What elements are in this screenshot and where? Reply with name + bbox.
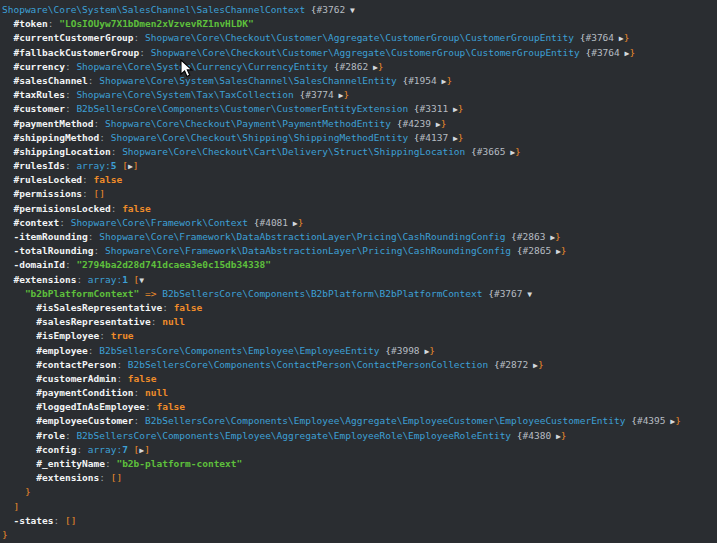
dump-line: } <box>2 485 717 499</box>
bracket: [] <box>111 472 122 483</box>
open-brace: { <box>294 89 305 100</box>
object-ref[interactable]: #2863 <box>517 231 546 242</box>
toggle-arrow-collapsed[interactable]: ▶ <box>334 91 344 100</box>
close-brace: } <box>458 132 464 143</box>
object-ref[interactable]: #2865 <box>523 245 552 256</box>
object-ref[interactable]: #4239 <box>402 118 431 129</box>
object-ref[interactable]: #3998 <box>391 345 420 356</box>
colon-separator: : <box>59 217 70 228</box>
colon-separator: : <box>116 359 127 370</box>
dump-line: #currency: Shopware\Core\System\Currency… <box>2 60 717 74</box>
object-ref[interactable]: #2862 <box>340 61 369 72</box>
toggle-arrow-collapsed[interactable]: ▶ <box>551 247 561 256</box>
indent <box>2 259 13 270</box>
object-ref[interactable]: #4137 <box>420 132 449 143</box>
dump-line: #context: Shopware\Core\Framework\Contex… <box>2 216 717 230</box>
toggle-arrow-collapsed[interactable]: ▶ <box>551 432 561 441</box>
dump-line: } <box>2 528 717 542</box>
class-name: B2bSellersCore\Components\Employee\Aggre… <box>145 415 625 426</box>
property-name: #paymentMethod <box>13 118 93 129</box>
colon-separator: : <box>82 188 93 199</box>
colon-separator: : <box>105 458 116 469</box>
toggle-arrow-collapsed[interactable]: ▶ <box>666 417 676 426</box>
colon-separator: : <box>94 118 105 129</box>
toggle-arrow-collapsed[interactable]: ▶ <box>505 148 515 157</box>
string-value: "2794ba2d28d741dcaea3e0c15db34338" <box>76 259 270 270</box>
toggle-arrow-collapsed[interactable]: ▶ <box>368 63 378 72</box>
object-ref[interactable]: #4380 <box>523 430 552 441</box>
object-ref[interactable]: #3767 <box>494 288 523 299</box>
object-ref[interactable]: #4395 <box>637 415 666 426</box>
colon-separator: : <box>65 160 76 171</box>
object-ref[interactable]: #3762 <box>317 4 346 15</box>
toggle-arrow-collapsed[interactable]: ▶ <box>545 233 555 242</box>
colon-separator: : <box>65 103 76 114</box>
open-brace: { <box>391 118 402 129</box>
class-name: Shopware\Core\Checkout\Payment\PaymentMe… <box>105 118 391 129</box>
close-brace: } <box>441 118 447 129</box>
indent <box>2 188 13 199</box>
constant-value: null <box>145 387 168 398</box>
colon-separator: : <box>88 231 99 242</box>
colon-separator: : <box>82 174 93 185</box>
toggle-arrow-collapsed[interactable]: ▶ <box>288 219 298 228</box>
constant-value: false <box>156 401 185 412</box>
open-brace: { <box>305 4 316 15</box>
class-name: B2bSellersCore\Components\Customer\Custo… <box>76 103 408 114</box>
object-ref[interactable]: #3665 <box>477 146 506 157</box>
dump-line: #extensions: [] <box>2 471 717 485</box>
open-brace: { <box>511 430 522 441</box>
indent <box>2 373 36 384</box>
close-brace: } <box>624 32 630 43</box>
close-brace: } <box>538 359 544 370</box>
dump-line: #extensions: array:1 [▼ <box>2 273 717 287</box>
open-brace: { <box>248 217 259 228</box>
property-name: #salesRepresentative <box>36 316 150 327</box>
toggle-arrow-collapsed[interactable]: ▶ <box>620 49 630 58</box>
object-ref[interactable]: #3764 <box>585 32 614 43</box>
constant-value: true <box>111 330 134 341</box>
toggle-arrow-collapsed[interactable]: ▶ <box>420 347 430 356</box>
open-brace: { <box>408 103 419 114</box>
toggle-arrow-expanded[interactable]: ▼ <box>523 290 533 299</box>
class-name: Shopware\Core\System\SalesChannel\SalesC… <box>2 4 305 15</box>
class-name: B2bSellersCore\Components\ContactPerson\… <box>128 359 488 370</box>
object-ref[interactable]: #4081 <box>259 217 288 228</box>
object-ref[interactable]: #3774 <box>305 89 334 100</box>
property-name: #employee <box>36 345 87 356</box>
toggle-arrow-collapsed[interactable]: ▶ <box>614 34 624 43</box>
indent <box>2 103 13 114</box>
bracket: [] <box>65 515 76 526</box>
colon-separator: : <box>88 75 99 86</box>
toggle-arrow-expanded[interactable]: ▼ <box>139 276 144 285</box>
colon-separator: : <box>48 18 59 29</box>
property-name: #contactPerson <box>36 359 116 370</box>
dump-line: #contactPerson: B2bSellersCore\Component… <box>2 358 717 372</box>
toggle-arrow-collapsed[interactable]: ▶ <box>431 120 441 129</box>
property-name: #context <box>13 217 59 228</box>
toggle-arrow-collapsed[interactable]: ▶ <box>448 134 458 143</box>
indent <box>2 118 13 129</box>
dump-line: #permisionsLocked: false <box>2 202 717 216</box>
class-name: Shopware\Core\System\Currency\CurrencyEn… <box>76 61 328 72</box>
object-ref[interactable]: #3764 <box>591 47 620 58</box>
close-brace: } <box>561 430 567 441</box>
property-name: #salesChannel <box>13 75 87 86</box>
toggle-arrow-collapsed[interactable]: ▶ <box>437 77 447 86</box>
close-brace: } <box>343 89 349 100</box>
indent <box>2 345 36 356</box>
object-ref[interactable]: #3311 <box>420 103 449 114</box>
constant-value: null <box>162 316 185 327</box>
toggle-arrow-collapsed[interactable]: ▶ <box>528 361 538 370</box>
array-type-label: array: <box>76 160 110 171</box>
object-ref[interactable]: #1954 <box>408 75 437 86</box>
close-brace: } <box>446 75 452 86</box>
open-brace: { <box>408 132 419 143</box>
toggle-arrow-collapsed[interactable]: ▶ <box>448 105 458 114</box>
dump-line: -totalRounding: Shopware\Core\Framework\… <box>2 244 717 258</box>
close-brace: } <box>458 103 464 114</box>
class-name: Shopware\Core\Checkout\Customer\Aggregat… <box>151 47 580 58</box>
property-name: -totalRounding <box>13 245 93 256</box>
object-ref[interactable]: #2872 <box>500 359 529 370</box>
toggle-arrow-expanded[interactable]: ▼ <box>345 6 355 15</box>
